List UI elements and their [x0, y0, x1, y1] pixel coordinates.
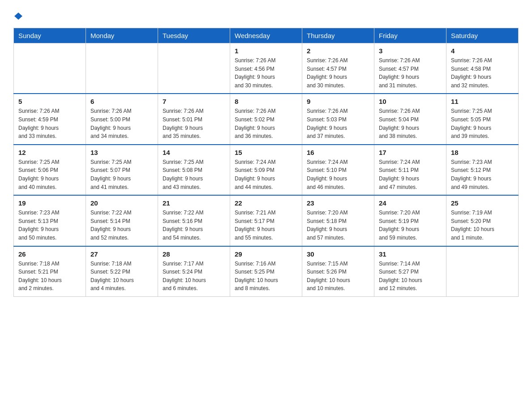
day-info: Sunrise: 7:17 AMSunset: 5:24 PMDaylight:…	[163, 260, 225, 293]
day-info: Sunrise: 7:21 AMSunset: 5:17 PMDaylight:…	[235, 209, 297, 242]
calendar-cell: 6Sunrise: 7:26 AMSunset: 5:00 PMDaylight…	[86, 94, 158, 144]
calendar-header-wednesday: Wednesday	[230, 28, 302, 43]
calendar-header-tuesday: Tuesday	[158, 28, 230, 43]
calendar-cell: 5Sunrise: 7:26 AMSunset: 4:59 PMDaylight…	[14, 94, 86, 144]
day-info: Sunrise: 7:25 AMSunset: 5:08 PMDaylight:…	[163, 158, 225, 191]
day-info: Sunrise: 7:26 AMSunset: 5:03 PMDaylight:…	[307, 107, 369, 140]
day-info: Sunrise: 7:26 AMSunset: 5:04 PMDaylight:…	[379, 107, 442, 140]
calendar-week-row: 19Sunrise: 7:23 AMSunset: 5:13 PMDayligh…	[14, 195, 519, 246]
day-number: 13	[90, 149, 153, 156]
day-number: 25	[451, 199, 514, 207]
day-number: 23	[307, 199, 369, 207]
day-info: Sunrise: 7:24 AMSunset: 5:11 PMDaylight:…	[379, 158, 442, 191]
day-info: Sunrise: 7:18 AMSunset: 5:22 PMDaylight:…	[90, 260, 153, 293]
day-info: Sunrise: 7:15 AMSunset: 5:26 PMDaylight:…	[307, 260, 369, 293]
calendar-cell: 15Sunrise: 7:24 AMSunset: 5:09 PMDayligh…	[230, 145, 302, 195]
calendar-cell: 7Sunrise: 7:26 AMSunset: 5:01 PMDaylight…	[158, 94, 230, 144]
day-info: Sunrise: 7:26 AMSunset: 4:57 PMDaylight:…	[379, 56, 442, 90]
day-number: 3	[379, 47, 442, 55]
day-info: Sunrise: 7:23 AMSunset: 5:12 PMDaylight:…	[451, 158, 514, 191]
day-info: Sunrise: 7:26 AMSunset: 5:00 PMDaylight:…	[90, 107, 153, 140]
calendar-week-row: 26Sunrise: 7:18 AMSunset: 5:21 PMDayligh…	[14, 246, 519, 297]
day-number: 14	[163, 149, 225, 156]
day-number: 7	[163, 98, 225, 105]
day-number: 11	[451, 98, 514, 105]
day-info: Sunrise: 7:20 AMSunset: 5:19 PMDaylight:…	[379, 209, 442, 242]
calendar-cell: 17Sunrise: 7:24 AMSunset: 5:11 PMDayligh…	[374, 145, 446, 195]
day-number: 30	[307, 250, 369, 258]
calendar-week-row: 5Sunrise: 7:26 AMSunset: 4:59 PMDaylight…	[14, 94, 519, 144]
day-info: Sunrise: 7:16 AMSunset: 5:25 PMDaylight:…	[235, 260, 297, 293]
calendar-cell	[86, 43, 158, 94]
day-number: 29	[235, 250, 297, 258]
calendar-cell: 28Sunrise: 7:17 AMSunset: 5:24 PMDayligh…	[158, 246, 230, 297]
day-info: Sunrise: 7:19 AMSunset: 5:20 PMDaylight:…	[451, 209, 514, 242]
calendar-cell: 22Sunrise: 7:21 AMSunset: 5:17 PMDayligh…	[230, 195, 302, 246]
day-info: Sunrise: 7:20 AMSunset: 5:18 PMDaylight:…	[307, 209, 369, 242]
calendar-cell: 16Sunrise: 7:24 AMSunset: 5:10 PMDayligh…	[302, 145, 374, 195]
day-info: Sunrise: 7:26 AMSunset: 4:58 PMDaylight:…	[451, 56, 514, 90]
logo-icon	[13, 13, 23, 20]
calendar-header-row: SundayMondayTuesdayWednesdayThursdayFrid…	[14, 28, 519, 43]
calendar-cell: 1Sunrise: 7:26 AMSunset: 4:56 PMDaylight…	[230, 43, 302, 94]
day-info: Sunrise: 7:24 AMSunset: 5:09 PMDaylight:…	[235, 158, 297, 191]
day-info: Sunrise: 7:25 AMSunset: 5:06 PMDaylight:…	[18, 158, 81, 191]
day-info: Sunrise: 7:25 AMSunset: 5:07 PMDaylight:…	[90, 158, 153, 191]
calendar-cell	[158, 43, 230, 94]
calendar-cell: 29Sunrise: 7:16 AMSunset: 5:25 PMDayligh…	[230, 246, 302, 297]
day-number: 18	[451, 149, 514, 156]
calendar-cell: 27Sunrise: 7:18 AMSunset: 5:22 PMDayligh…	[86, 246, 158, 297]
calendar-cell: 31Sunrise: 7:14 AMSunset: 5:27 PMDayligh…	[374, 246, 446, 297]
header	[13, 9, 519, 20]
day-number: 10	[379, 98, 442, 105]
day-number: 8	[235, 98, 297, 105]
calendar-cell: 8Sunrise: 7:26 AMSunset: 5:02 PMDaylight…	[230, 94, 302, 144]
day-number: 5	[18, 98, 81, 105]
day-number: 2	[307, 47, 369, 55]
calendar-cell: 2Sunrise: 7:26 AMSunset: 4:57 PMDaylight…	[302, 43, 374, 94]
calendar-week-row: 12Sunrise: 7:25 AMSunset: 5:06 PMDayligh…	[14, 145, 519, 195]
calendar-header-friday: Friday	[374, 28, 446, 43]
day-number: 12	[18, 149, 81, 156]
calendar-header-monday: Monday	[86, 28, 158, 43]
day-number: 15	[235, 149, 297, 156]
day-info: Sunrise: 7:26 AMSunset: 5:01 PMDaylight:…	[163, 107, 225, 140]
day-number: 31	[379, 250, 442, 258]
calendar-table: SundayMondayTuesdayWednesdayThursdayFrid…	[13, 28, 519, 297]
day-info: Sunrise: 7:22 AMSunset: 5:14 PMDaylight:…	[90, 209, 153, 242]
calendar-cell: 21Sunrise: 7:22 AMSunset: 5:16 PMDayligh…	[158, 195, 230, 246]
calendar-cell: 24Sunrise: 7:20 AMSunset: 5:19 PMDayligh…	[374, 195, 446, 246]
day-info: Sunrise: 7:26 AMSunset: 4:56 PMDaylight:…	[235, 56, 297, 90]
day-info: Sunrise: 7:14 AMSunset: 5:27 PMDaylight:…	[379, 260, 442, 293]
day-info: Sunrise: 7:24 AMSunset: 5:10 PMDaylight:…	[307, 158, 369, 191]
day-info: Sunrise: 7:26 AMSunset: 4:59 PMDaylight:…	[18, 107, 81, 140]
calendar-cell: 4Sunrise: 7:26 AMSunset: 4:58 PMDaylight…	[446, 43, 519, 94]
day-info: Sunrise: 7:22 AMSunset: 5:16 PMDaylight:…	[163, 209, 225, 242]
calendar-cell: 26Sunrise: 7:18 AMSunset: 5:21 PMDayligh…	[14, 246, 86, 297]
day-number: 21	[163, 199, 225, 207]
calendar-cell: 25Sunrise: 7:19 AMSunset: 5:20 PMDayligh…	[446, 195, 519, 246]
day-number: 26	[18, 250, 81, 258]
day-number: 24	[379, 199, 442, 207]
calendar-cell: 20Sunrise: 7:22 AMSunset: 5:14 PMDayligh…	[86, 195, 158, 246]
day-number: 28	[163, 250, 225, 258]
calendar-header-sunday: Sunday	[14, 28, 86, 43]
calendar-cell: 19Sunrise: 7:23 AMSunset: 5:13 PMDayligh…	[14, 195, 86, 246]
calendar-cell: 3Sunrise: 7:26 AMSunset: 4:57 PMDaylight…	[374, 43, 446, 94]
day-info: Sunrise: 7:18 AMSunset: 5:21 PMDaylight:…	[18, 260, 81, 293]
calendar-header-thursday: Thursday	[302, 28, 374, 43]
logo	[13, 13, 24, 20]
calendar-cell: 13Sunrise: 7:25 AMSunset: 5:07 PMDayligh…	[86, 145, 158, 195]
calendar-week-row: 1Sunrise: 7:26 AMSunset: 4:56 PMDaylight…	[14, 43, 519, 94]
calendar-cell: 9Sunrise: 7:26 AMSunset: 5:03 PMDaylight…	[302, 94, 374, 144]
calendar-header-saturday: Saturday	[446, 28, 519, 43]
day-number: 27	[90, 250, 153, 258]
calendar-cell: 23Sunrise: 7:20 AMSunset: 5:18 PMDayligh…	[302, 195, 374, 246]
calendar-cell: 18Sunrise: 7:23 AMSunset: 5:12 PMDayligh…	[446, 145, 519, 195]
day-number: 1	[235, 47, 297, 55]
day-number: 19	[18, 199, 81, 207]
day-number: 16	[307, 149, 369, 156]
calendar-cell: 30Sunrise: 7:15 AMSunset: 5:26 PMDayligh…	[302, 246, 374, 297]
calendar-cell: 10Sunrise: 7:26 AMSunset: 5:04 PMDayligh…	[374, 94, 446, 144]
day-info: Sunrise: 7:23 AMSunset: 5:13 PMDaylight:…	[18, 209, 81, 242]
